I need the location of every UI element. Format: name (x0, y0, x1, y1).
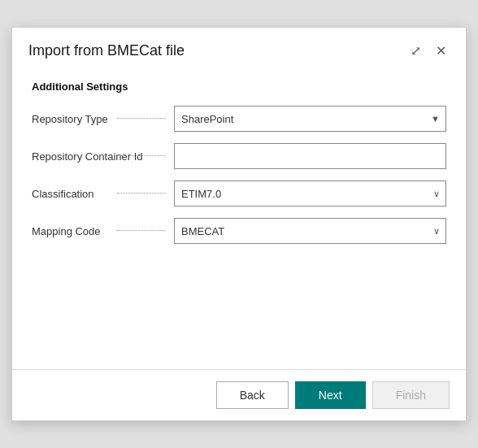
classification-control: ETIM7.0 ETIM6.0 ETIM5.0 None ∨ (174, 181, 446, 207)
expand-icon: ⤢ (411, 44, 421, 58)
repository-container-id-row: Repository Container Id (32, 143, 446, 169)
repository-type-row: Repository Type SharePoint File System D… (32, 106, 446, 132)
repository-type-select[interactable]: SharePoint File System Database (174, 106, 446, 132)
classification-wrapper: ETIM7.0 ETIM6.0 ETIM5.0 None ∨ (174, 181, 446, 207)
classification-label: Classification (32, 188, 174, 200)
mapping-code-wrapper: BMECAT ETIM Custom ∨ (174, 218, 446, 244)
repository-container-id-control (174, 143, 446, 169)
close-icon: ✕ (436, 44, 446, 58)
mapping-code-label: Mapping Code (32, 225, 174, 237)
section-title: Additional Settings (32, 80, 446, 93)
repository-type-control: SharePoint File System Database ▼ (174, 106, 446, 132)
dialog-body: Additional Settings Repository Type Shar… (12, 69, 466, 369)
back-button[interactable]: Back (216, 381, 289, 409)
dialog-title: Import from BMECat file (28, 42, 185, 59)
finish-button: Finish (372, 381, 450, 409)
classification-select[interactable]: ETIM7.0 ETIM6.0 ETIM5.0 None (174, 181, 446, 207)
close-button[interactable]: ✕ (432, 43, 450, 59)
import-dialog: Import from BMECat file ⤢ ✕ Additional S… (11, 27, 467, 421)
mapping-code-control: BMECAT ETIM Custom ∨ (174, 218, 446, 244)
next-button[interactable]: Next (295, 381, 366, 409)
repository-container-id-input[interactable] (174, 143, 446, 169)
repository-type-label: Repository Type (32, 113, 174, 125)
expand-button[interactable]: ⤢ (407, 43, 424, 59)
mapping-code-select[interactable]: BMECAT ETIM Custom (174, 218, 446, 244)
dialog-footer: Back Next Finish (12, 369, 466, 420)
empty-area (32, 255, 446, 353)
mapping-code-row: Mapping Code BMECAT ETIM Custom ∨ (32, 218, 446, 244)
dialog-header: Import from BMECat file ⤢ ✕ (12, 28, 466, 69)
classification-row: Classification ETIM7.0 ETIM6.0 ETIM5.0 N… (32, 181, 446, 207)
header-icons: ⤢ ✕ (407, 43, 450, 59)
repository-type-wrapper: SharePoint File System Database ▼ (174, 106, 446, 132)
repository-container-id-label: Repository Container Id (32, 150, 174, 163)
